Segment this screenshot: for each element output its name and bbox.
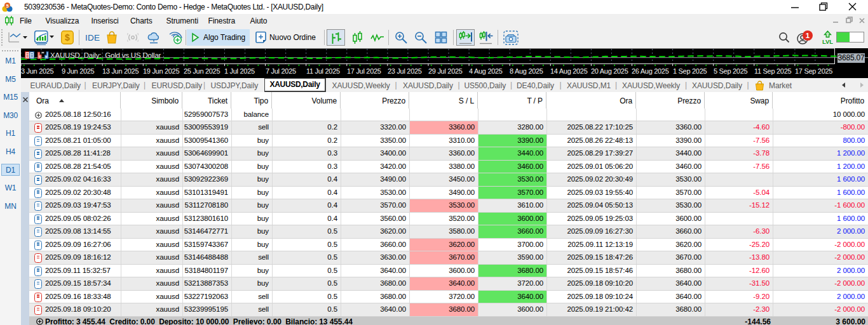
svg-text:1: 1 xyxy=(806,32,810,39)
svg-text:5: 5 xyxy=(6,3,8,9)
svg-text:LVL: LVL xyxy=(822,38,833,45)
svg-text:$: $ xyxy=(65,32,70,43)
